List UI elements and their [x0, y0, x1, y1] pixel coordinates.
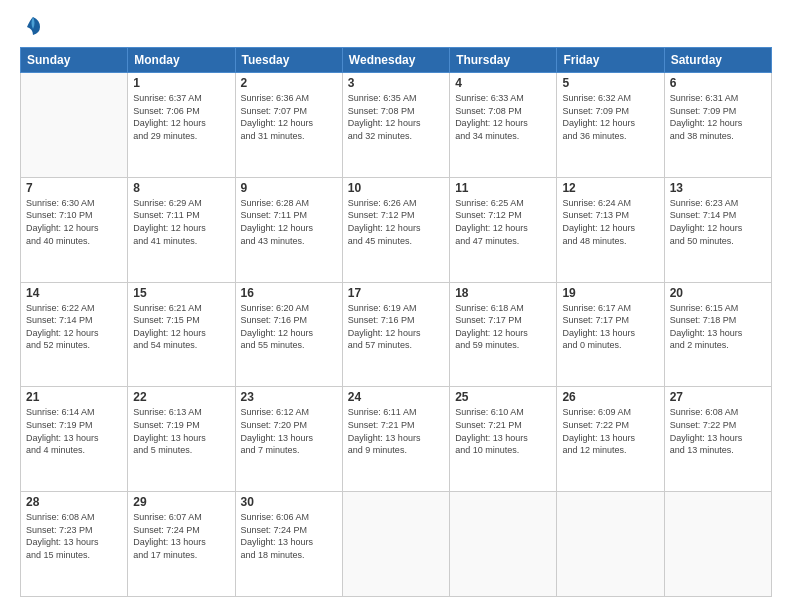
- day-info: Sunrise: 6:17 AM Sunset: 7:17 PM Dayligh…: [562, 302, 658, 352]
- calendar-cell: [557, 492, 664, 597]
- day-info: Sunrise: 6:08 AM Sunset: 7:22 PM Dayligh…: [670, 406, 766, 456]
- dow-header-monday: Monday: [128, 48, 235, 73]
- calendar-cell: 3Sunrise: 6:35 AM Sunset: 7:08 PM Daylig…: [342, 73, 449, 178]
- day-number: 9: [241, 181, 337, 195]
- day-info: Sunrise: 6:31 AM Sunset: 7:09 PM Dayligh…: [670, 92, 766, 142]
- day-info: Sunrise: 6:15 AM Sunset: 7:18 PM Dayligh…: [670, 302, 766, 352]
- calendar-week-2: 14Sunrise: 6:22 AM Sunset: 7:14 PM Dayli…: [21, 282, 772, 387]
- calendar-cell: 26Sunrise: 6:09 AM Sunset: 7:22 PM Dayli…: [557, 387, 664, 492]
- day-number: 17: [348, 286, 444, 300]
- calendar-cell: 20Sunrise: 6:15 AM Sunset: 7:18 PM Dayli…: [664, 282, 771, 387]
- day-info: Sunrise: 6:36 AM Sunset: 7:07 PM Dayligh…: [241, 92, 337, 142]
- day-number: 1: [133, 76, 229, 90]
- day-info: Sunrise: 6:28 AM Sunset: 7:11 PM Dayligh…: [241, 197, 337, 247]
- day-info: Sunrise: 6:35 AM Sunset: 7:08 PM Dayligh…: [348, 92, 444, 142]
- day-info: Sunrise: 6:25 AM Sunset: 7:12 PM Dayligh…: [455, 197, 551, 247]
- calendar-cell: 11Sunrise: 6:25 AM Sunset: 7:12 PM Dayli…: [450, 177, 557, 282]
- calendar-cell: 30Sunrise: 6:06 AM Sunset: 7:24 PM Dayli…: [235, 492, 342, 597]
- calendar-cell: 14Sunrise: 6:22 AM Sunset: 7:14 PM Dayli…: [21, 282, 128, 387]
- day-number: 28: [26, 495, 122, 509]
- dow-header-wednesday: Wednesday: [342, 48, 449, 73]
- day-info: Sunrise: 6:20 AM Sunset: 7:16 PM Dayligh…: [241, 302, 337, 352]
- day-number: 10: [348, 181, 444, 195]
- day-info: Sunrise: 6:21 AM Sunset: 7:15 PM Dayligh…: [133, 302, 229, 352]
- day-number: 15: [133, 286, 229, 300]
- calendar-body: 1Sunrise: 6:37 AM Sunset: 7:06 PM Daylig…: [21, 73, 772, 597]
- day-info: Sunrise: 6:26 AM Sunset: 7:12 PM Dayligh…: [348, 197, 444, 247]
- calendar-week-1: 7Sunrise: 6:30 AM Sunset: 7:10 PM Daylig…: [21, 177, 772, 282]
- day-number: 8: [133, 181, 229, 195]
- calendar-cell: 29Sunrise: 6:07 AM Sunset: 7:24 PM Dayli…: [128, 492, 235, 597]
- day-number: 21: [26, 390, 122, 404]
- day-info: Sunrise: 6:11 AM Sunset: 7:21 PM Dayligh…: [348, 406, 444, 456]
- calendar-cell: [342, 492, 449, 597]
- page: SundayMondayTuesdayWednesdayThursdayFrid…: [0, 0, 792, 612]
- day-number: 18: [455, 286, 551, 300]
- calendar-cell: 8Sunrise: 6:29 AM Sunset: 7:11 PM Daylig…: [128, 177, 235, 282]
- calendar-cell: 16Sunrise: 6:20 AM Sunset: 7:16 PM Dayli…: [235, 282, 342, 387]
- day-number: 26: [562, 390, 658, 404]
- calendar-cell: 15Sunrise: 6:21 AM Sunset: 7:15 PM Dayli…: [128, 282, 235, 387]
- logo: [20, 15, 44, 37]
- day-number: 20: [670, 286, 766, 300]
- day-info: Sunrise: 6:18 AM Sunset: 7:17 PM Dayligh…: [455, 302, 551, 352]
- day-info: Sunrise: 6:37 AM Sunset: 7:06 PM Dayligh…: [133, 92, 229, 142]
- day-number: 27: [670, 390, 766, 404]
- logo-icon: [22, 15, 44, 37]
- calendar-cell: 25Sunrise: 6:10 AM Sunset: 7:21 PM Dayli…: [450, 387, 557, 492]
- day-number: 3: [348, 76, 444, 90]
- day-number: 22: [133, 390, 229, 404]
- day-number: 30: [241, 495, 337, 509]
- day-info: Sunrise: 6:19 AM Sunset: 7:16 PM Dayligh…: [348, 302, 444, 352]
- day-number: 11: [455, 181, 551, 195]
- day-number: 16: [241, 286, 337, 300]
- calendar-week-3: 21Sunrise: 6:14 AM Sunset: 7:19 PM Dayli…: [21, 387, 772, 492]
- calendar-cell: 2Sunrise: 6:36 AM Sunset: 7:07 PM Daylig…: [235, 73, 342, 178]
- calendar-cell: 12Sunrise: 6:24 AM Sunset: 7:13 PM Dayli…: [557, 177, 664, 282]
- calendar: SundayMondayTuesdayWednesdayThursdayFrid…: [20, 47, 772, 597]
- calendar-cell: 19Sunrise: 6:17 AM Sunset: 7:17 PM Dayli…: [557, 282, 664, 387]
- day-info: Sunrise: 6:33 AM Sunset: 7:08 PM Dayligh…: [455, 92, 551, 142]
- calendar-cell: 17Sunrise: 6:19 AM Sunset: 7:16 PM Dayli…: [342, 282, 449, 387]
- calendar-week-4: 28Sunrise: 6:08 AM Sunset: 7:23 PM Dayli…: [21, 492, 772, 597]
- day-info: Sunrise: 6:30 AM Sunset: 7:10 PM Dayligh…: [26, 197, 122, 247]
- calendar-cell: 9Sunrise: 6:28 AM Sunset: 7:11 PM Daylig…: [235, 177, 342, 282]
- day-info: Sunrise: 6:22 AM Sunset: 7:14 PM Dayligh…: [26, 302, 122, 352]
- calendar-cell: [450, 492, 557, 597]
- calendar-cell: 22Sunrise: 6:13 AM Sunset: 7:19 PM Dayli…: [128, 387, 235, 492]
- dow-header-tuesday: Tuesday: [235, 48, 342, 73]
- day-number: 24: [348, 390, 444, 404]
- day-info: Sunrise: 6:07 AM Sunset: 7:24 PM Dayligh…: [133, 511, 229, 561]
- calendar-cell: 13Sunrise: 6:23 AM Sunset: 7:14 PM Dayli…: [664, 177, 771, 282]
- calendar-cell: 7Sunrise: 6:30 AM Sunset: 7:10 PM Daylig…: [21, 177, 128, 282]
- day-info: Sunrise: 6:32 AM Sunset: 7:09 PM Dayligh…: [562, 92, 658, 142]
- day-of-week-row: SundayMondayTuesdayWednesdayThursdayFrid…: [21, 48, 772, 73]
- day-number: 25: [455, 390, 551, 404]
- day-number: 29: [133, 495, 229, 509]
- dow-header-friday: Friday: [557, 48, 664, 73]
- day-number: 4: [455, 76, 551, 90]
- day-info: Sunrise: 6:06 AM Sunset: 7:24 PM Dayligh…: [241, 511, 337, 561]
- day-info: Sunrise: 6:13 AM Sunset: 7:19 PM Dayligh…: [133, 406, 229, 456]
- dow-header-saturday: Saturday: [664, 48, 771, 73]
- calendar-cell: 21Sunrise: 6:14 AM Sunset: 7:19 PM Dayli…: [21, 387, 128, 492]
- dow-header-sunday: Sunday: [21, 48, 128, 73]
- calendar-cell: 24Sunrise: 6:11 AM Sunset: 7:21 PM Dayli…: [342, 387, 449, 492]
- day-number: 2: [241, 76, 337, 90]
- day-number: 14: [26, 286, 122, 300]
- calendar-week-0: 1Sunrise: 6:37 AM Sunset: 7:06 PM Daylig…: [21, 73, 772, 178]
- calendar-cell: 28Sunrise: 6:08 AM Sunset: 7:23 PM Dayli…: [21, 492, 128, 597]
- day-info: Sunrise: 6:09 AM Sunset: 7:22 PM Dayligh…: [562, 406, 658, 456]
- calendar-cell: [664, 492, 771, 597]
- calendar-cell: 10Sunrise: 6:26 AM Sunset: 7:12 PM Dayli…: [342, 177, 449, 282]
- day-info: Sunrise: 6:23 AM Sunset: 7:14 PM Dayligh…: [670, 197, 766, 247]
- day-info: Sunrise: 6:12 AM Sunset: 7:20 PM Dayligh…: [241, 406, 337, 456]
- day-info: Sunrise: 6:29 AM Sunset: 7:11 PM Dayligh…: [133, 197, 229, 247]
- calendar-cell: 27Sunrise: 6:08 AM Sunset: 7:22 PM Dayli…: [664, 387, 771, 492]
- day-info: Sunrise: 6:08 AM Sunset: 7:23 PM Dayligh…: [26, 511, 122, 561]
- day-info: Sunrise: 6:24 AM Sunset: 7:13 PM Dayligh…: [562, 197, 658, 247]
- day-number: 12: [562, 181, 658, 195]
- day-info: Sunrise: 6:14 AM Sunset: 7:19 PM Dayligh…: [26, 406, 122, 456]
- calendar-cell: 5Sunrise: 6:32 AM Sunset: 7:09 PM Daylig…: [557, 73, 664, 178]
- calendar-cell: 4Sunrise: 6:33 AM Sunset: 7:08 PM Daylig…: [450, 73, 557, 178]
